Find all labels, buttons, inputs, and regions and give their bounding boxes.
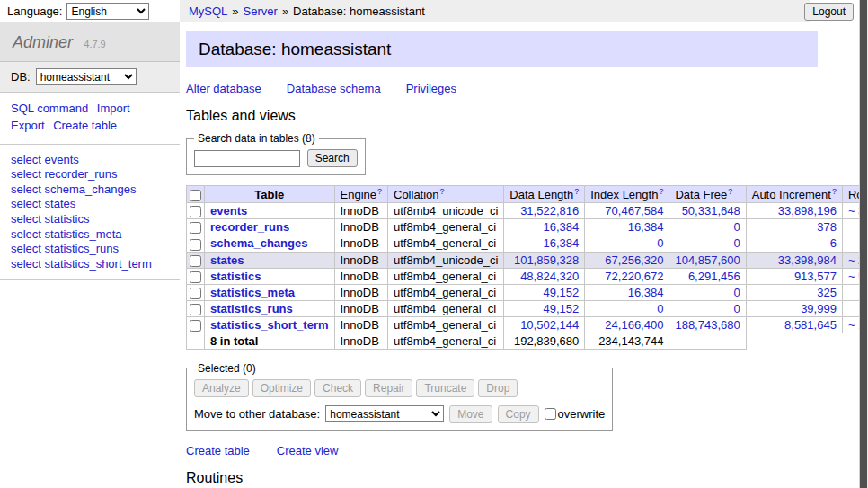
data-length-cell: 10,502,144 — [504, 316, 585, 333]
check-button[interactable]: Check — [314, 379, 361, 397]
auto-increment-cell-link[interactable]: 33,898,196 — [778, 204, 837, 217]
sidebar-action-sql-command[interactable]: SQL command — [11, 102, 88, 115]
auto-increment-cell-link[interactable]: 39,999 — [801, 302, 837, 315]
row-checkbox[interactable] — [190, 288, 201, 299]
overwrite-checkbox[interactable] — [545, 408, 556, 420]
row-checkbox[interactable] — [190, 255, 201, 267]
index-length-cell-link[interactable]: 70,467,584 — [605, 204, 663, 217]
analyze-button[interactable]: Analyze — [194, 379, 249, 397]
row-checkbox[interactable] — [190, 222, 201, 234]
sidebar-item-select-statistics-runs[interactable]: select statistics_runs — [11, 242, 169, 256]
data-free-cell-link[interactable]: 6,291,456 — [688, 270, 740, 283]
sidebar-action-export[interactable]: Export — [11, 119, 45, 132]
data-free-cell-link[interactable]: 0 — [733, 220, 740, 234]
data-free-cell-link[interactable]: 50,331,648 — [682, 204, 740, 217]
auto-increment-cell-link[interactable]: 913,577 — [794, 270, 837, 283]
index-length-cell-link[interactable]: 24,166,400 — [605, 318, 663, 332]
data-free-cell-link[interactable]: 0 — [733, 302, 740, 315]
language-select[interactable]: English — [66, 3, 149, 20]
table-link-events[interactable]: events — [210, 204, 247, 217]
table-link-statistics-meta[interactable]: statistics_meta — [210, 286, 295, 299]
data-length-cell-link[interactable]: 49,152 — [543, 286, 579, 299]
data-free-cell-link[interactable]: 188,743,680 — [675, 318, 740, 332]
row-checkbox[interactable] — [190, 304, 201, 315]
sidebar-item-select-events[interactable]: select events — [11, 153, 169, 167]
column-help-link[interactable]: ? — [377, 187, 382, 196]
index-length-cell-link[interactable]: 16,384 — [628, 220, 664, 234]
index-length-cell-link[interactable]: 0 — [657, 302, 663, 315]
column-help-link[interactable]: ? — [728, 187, 732, 196]
copy-button[interactable]: Copy — [498, 405, 539, 423]
row-checkbox[interactable] — [190, 206, 201, 217]
table-link-recorder-runs[interactable]: recorder_runs — [210, 220, 289, 234]
row-checkbox[interactable] — [190, 320, 201, 332]
sidebar-item-select-schema-changes[interactable]: select schema_changes — [11, 182, 169, 197]
truncate-button[interactable]: Truncate — [416, 379, 474, 397]
move-button[interactable]: Move — [449, 405, 492, 423]
privileges-link[interactable]: Privileges — [406, 82, 456, 95]
auto-increment-cell-link[interactable]: 378 — [817, 220, 837, 234]
index-length-cell-link[interactable]: 72,220,672 — [605, 270, 663, 283]
repair-button[interactable]: Repair — [365, 379, 412, 397]
data-free-cell: 50,331,648 — [669, 203, 746, 219]
row-checkbox[interactable] — [190, 239, 201, 251]
column-help-link[interactable]: ? — [440, 187, 445, 196]
drop-button[interactable]: Drop — [478, 379, 518, 397]
data-free-cell-link[interactable]: 0 — [733, 286, 740, 299]
data-length-cell-link[interactable]: 48,824,320 — [520, 270, 579, 283]
data-length-cell-link[interactable]: 31,522,816 — [520, 204, 579, 217]
table-link-states[interactable]: states — [210, 253, 244, 267]
logout-button[interactable]: Logout — [804, 3, 854, 21]
data-length-cell-link[interactable]: 16,384 — [543, 236, 579, 250]
column-help-link[interactable]: ? — [659, 187, 663, 196]
create-table-link[interactable]: Create table — [186, 444, 250, 457]
auto-increment-cell-link[interactable]: 8,581,645 — [784, 318, 837, 332]
sidebar-item-select-statistics-meta[interactable]: select statistics_meta — [11, 227, 169, 242]
select-all-checkbox[interactable] — [190, 190, 201, 201]
data-length-cell-link[interactable]: 49,152 — [543, 302, 579, 315]
engine-cell: InnoDB — [334, 300, 388, 316]
row-checkbox[interactable] — [190, 271, 201, 283]
data-length-cell-link[interactable]: 16,384 — [543, 220, 579, 234]
table-link-statistics[interactable]: statistics — [210, 270, 261, 283]
data-length-cell-link[interactable]: 10,502,144 — [520, 318, 579, 332]
table-link-statistics-runs[interactable]: statistics_runs — [210, 302, 293, 315]
sidebar-divider — [0, 279, 180, 280]
search-input[interactable] — [194, 150, 300, 167]
column-header-data-free: Data Free? — [669, 186, 746, 203]
row-select-cell — [187, 235, 205, 252]
column-help-link[interactable]: ? — [574, 187, 579, 196]
create-view-link[interactable]: Create view — [277, 444, 339, 457]
search-button[interactable]: Search — [307, 149, 358, 167]
database-schema-link[interactable]: Database schema — [287, 82, 381, 95]
auto-increment-cell-link[interactable]: 6 — [830, 236, 837, 250]
sidebar-item-select-statistics-short-term[interactable]: select statistics_short_term — [11, 257, 169, 271]
data-free-cell-link[interactable]: 104,857,600 — [675, 253, 740, 267]
data-length-cell-link[interactable]: 101,859,328 — [514, 253, 579, 267]
sidebar-action-import[interactable]: Import — [97, 102, 130, 115]
data-free-cell-link[interactable]: 0 — [733, 236, 740, 250]
breadcrumb-link-mysql[interactable]: MySQL — [189, 4, 227, 18]
auto-increment-cell: 39,999 — [746, 300, 842, 316]
sidebar-item-select-recorder-runs[interactable]: select recorder_runs — [11, 167, 169, 182]
auto-increment-cell-link[interactable]: 33,398,984 — [778, 253, 837, 267]
alter-database-link[interactable]: Alter database — [186, 82, 261, 95]
index-length-cell-link[interactable]: 0 — [657, 236, 663, 250]
column-help-link[interactable]: ? — [832, 187, 837, 196]
table-link-statistics-short-term[interactable]: statistics_short_term — [210, 318, 329, 332]
move-db-select[interactable]: homeassistant — [325, 405, 444, 422]
table-row: statistics_runsInnoDButf8mb4_general_ci4… — [187, 300, 868, 316]
sidebar-item-select-statistics[interactable]: select statistics — [11, 212, 169, 226]
sidebar-action-create-table[interactable]: Create table — [53, 119, 117, 132]
sidebar-item-select-states[interactable]: select states — [11, 197, 169, 211]
table-link-schema-changes[interactable]: schema_changes — [210, 236, 307, 250]
scrollbar[interactable] — [859, 0, 868, 488]
index-length-cell-link[interactable]: 16,384 — [628, 286, 664, 299]
breadcrumb-separator: » — [282, 4, 288, 18]
breadcrumb-link-server[interactable]: Server — [244, 4, 278, 18]
index-length-cell-link[interactable]: 67,256,320 — [605, 253, 663, 267]
scrollbar-thumb[interactable] — [860, 0, 867, 488]
db-select[interactable]: homeassistant — [36, 68, 137, 85]
optimize-button[interactable]: Optimize — [252, 379, 311, 397]
auto-increment-cell-link[interactable]: 325 — [817, 286, 837, 299]
